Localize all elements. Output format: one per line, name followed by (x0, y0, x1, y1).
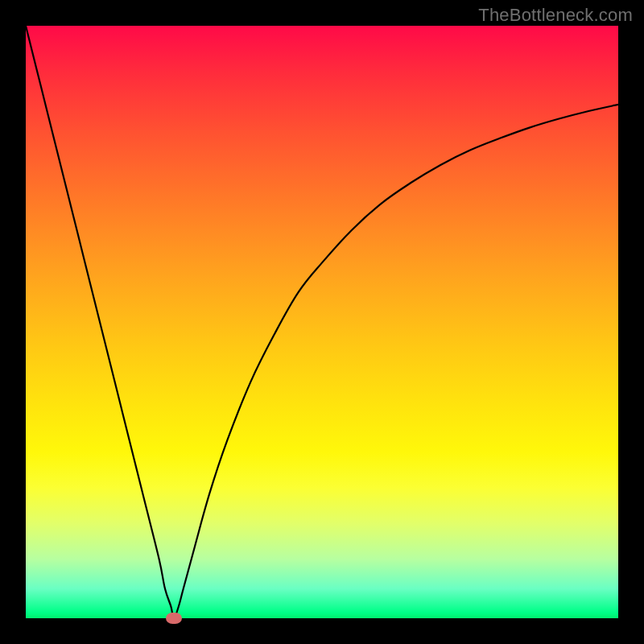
curve-path (26, 26, 618, 618)
curve-layer (26, 26, 618, 618)
plot-area (26, 26, 618, 618)
min-marker (166, 613, 182, 624)
watermark: TheBottleneck.com (478, 5, 633, 26)
chart-frame: TheBottleneck.com (0, 0, 644, 644)
